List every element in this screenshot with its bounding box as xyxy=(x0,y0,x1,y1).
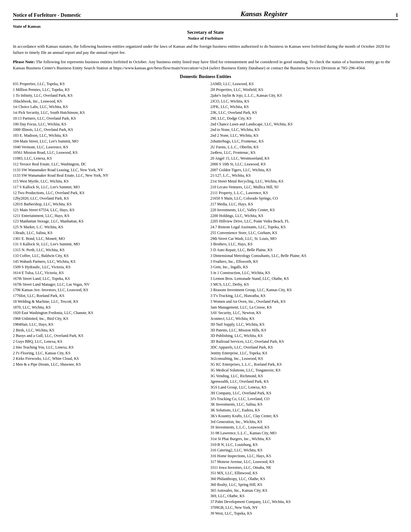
list-item: 2 Birds, LLC, Wichita, KS xyxy=(13,328,201,333)
list-item: 217 Media, LLC, Hays, KS xyxy=(210,202,398,207)
list-item: 3709GB, LLC, New York, NY xyxy=(210,505,398,511)
list-item: 1000 Illinois, LLC, Overland Park, KS xyxy=(13,127,201,133)
list-item: 167th Street Land, LLC, Topeka, KS xyxy=(13,276,201,282)
list-item: 2 J's Flooring, LLC, Kansas City, KS xyxy=(13,350,201,356)
notice-title: Notice of Forfeiture xyxy=(13,36,398,41)
list-item: 3D Nail Supply, LLC, Wichita, KS xyxy=(210,322,398,328)
list-item: 031 Properties, LLC, Topeka, KS xyxy=(13,81,201,87)
list-item: 2111 Property, L.L.C., Lawrence, KS xyxy=(210,190,398,196)
list-item: 2000 S 10th St, LLC, Leawood, KS xyxy=(210,162,398,167)
list-item: 3D Publishing, LLC, Wichita, KS xyxy=(210,333,398,339)
list-item: 2 Kirks Fireworks, LLC, White Cloud, KS xyxy=(13,356,201,362)
list-item: 3K Investments, LLC, Salina, KS xyxy=(210,402,398,408)
list-item: 317 Monroe Avenue, LLC, Leawood, KS xyxy=(210,459,398,465)
list-item: 11083, LLC, Lenexa, KS xyxy=(13,156,201,162)
list-item: 1614 E Tulsa, LLC, Victoria, KS xyxy=(13,270,201,276)
left-entity-list: 031 Properties, LLC, Topeka, KS1 Million… xyxy=(13,81,201,368)
state-label: State of Kansas xyxy=(13,24,398,29)
page-header: Notice of Forfeiture - Domestic Kansas R… xyxy=(13,10,398,20)
list-item: 2nd 2 None, LLC, Wichita, KS xyxy=(210,133,398,139)
list-item: 10:13 Partners, LLC, Overland Park, KS xyxy=(13,116,201,122)
list-item: 3genwealth, LLC, Overland Park, KS xyxy=(210,379,398,385)
list-item: 351 MX, LLC, Ellinwood, KS xyxy=(210,470,398,476)
list-item: 1706 Kansas Ave. Investors, LLC, Leawood… xyxy=(13,287,201,293)
list-item: 1040 Vermont, LLC, Lawrence, KS xyxy=(13,144,201,150)
intro-paragraph-2: Please Note: The following list represen… xyxy=(13,59,398,71)
list-item: 1st Pick Security, LLC, South Hutchinson… xyxy=(13,110,201,116)
list-item: 1 Million Pennies, LLC, Topeka, KS xyxy=(13,87,201,93)
list-item: 1blackbook, Inc., Leawood, KS xyxy=(13,99,201,104)
list-item: 3 Gem, Inc., Ingalls, KS xyxy=(210,264,398,270)
left-column: 031 Properties, LLC, Topeka, KS1 Million… xyxy=(13,81,201,516)
list-item: 3 Reasons Investment Group, LLC, Kansas … xyxy=(210,287,398,293)
list-item: 1st Choice Labs, LLC, Wichita, KS xyxy=(13,104,201,110)
list-item: 2 Into Teaching You, LLC, Lenexa, KS xyxy=(13,345,201,350)
list-item: 21650 S Main, LLC, Colorado Springs, CO xyxy=(210,196,398,202)
list-item: 18 Welding & Machine, LLC, Tescott, KS xyxy=(13,299,201,305)
list-item: 3H Company, LLC, Overland Park, KS xyxy=(210,390,398,396)
list-item: 1968 Unlimited, Inc., Bird City, KS xyxy=(13,316,201,322)
list-item: 369, LLC, Olathe, KS xyxy=(210,493,398,499)
list-item: 2JK, LLC, Overland Park, KS xyxy=(210,110,398,116)
list-item: 360 Realty, LLC, Spring Hill, KS xyxy=(210,482,398,488)
list-item: 1211 Entertainment, LLC, Hays, KS xyxy=(13,213,201,219)
list-item: 12by2020, LLC, Overland Park, KS xyxy=(13,196,201,202)
list-item: 3 D Auto Repair, LLC, Belle Plaine, KS xyxy=(210,247,398,253)
list-item: 2u4less, LLC, Frontenac, KS xyxy=(210,150,398,156)
header-page-number: 1 xyxy=(348,12,398,18)
list-item: 117 S Kallock St, LLC, Lee's Summit, MO xyxy=(13,184,201,190)
list-item: 125 N Market, L.C. Wichita, KS xyxy=(13,224,201,230)
list-item: 2U Farms, L.L.C., Oberlin, KS xyxy=(210,144,398,150)
list-item: 2jake's Jaylin & Jojo, L.L.C., Kansas Ci… xyxy=(210,93,398,99)
list-item: 3DC Apparels, LLC, Overland Park, KS xyxy=(210,345,398,350)
list-item: 3D Patents, LLC, Mission Hills, KS xyxy=(210,328,398,333)
list-item: 2205 Hillview Drive, LLC, Ponte Vedra Be… xyxy=(210,219,398,224)
list-item: 115 West Myrtle, LLC, Wichita, KS xyxy=(13,179,201,184)
list-item: 3am Management, LLC, La Crosse, KS xyxy=(210,305,398,310)
list-item: 3 T's Trucking, LLC, Hiawatha, KS xyxy=(210,293,398,299)
list-item: 3entity Enterprise, LLC, Topeka, KS xyxy=(210,350,398,356)
list-item: 3 in 1 Construction, LLC, Wichita, KS xyxy=(210,270,398,276)
list-item: 123 Manhattan Storage, LLC, Manhattan, K… xyxy=(13,219,201,224)
list-item: 1984Hair, LLC, Hays, KS xyxy=(13,322,201,328)
list-item: 21st Street Metal Recycling, LLC, Wichit… xyxy=(210,179,398,184)
list-item: 360 Philanthropy, LLC, Olathe, KS xyxy=(210,476,398,482)
list-item: 2200 Holdings, LLC, Wichita, KS xyxy=(210,213,398,219)
list-item: 3G Vending, LLC, Richmond, KS xyxy=(210,373,398,379)
list-item: 3AV Security, LLC, Newton, KS xyxy=(210,310,398,316)
list-item: 145 Wabash Partners, LLC, Wichita, KS xyxy=(13,259,201,265)
list-item: 1776list, LLC, Roeland Park, KS xyxy=(13,293,201,299)
list-item: 3G KC Enterprises, L.L.C., Roeland Park,… xyxy=(210,362,398,368)
list-item: 2H Properties, LLC, Winfield, KS xyxy=(210,87,398,93)
list-item: 3D Railroad Services, LLC, Overland Park… xyxy=(210,339,398,345)
list-item: 2 Men & a Pipe Dream, LLC, Shawnee, KS xyxy=(13,362,201,368)
list-item: 1201S Barbershop, LLC, Wichita, KS xyxy=(13,202,201,207)
secretary-title: Secretary of State xyxy=(13,30,398,35)
list-item: 3 Brothers, LLC, Hays, KS xyxy=(210,241,398,247)
list-item: 3rd Generation, Inc., Wichita, KS xyxy=(210,419,398,425)
header-left-text: Notice of Forfeiture - Domestic xyxy=(13,12,181,18)
list-item: 2AMD, LLC, Leawood, KS xyxy=(210,81,398,87)
list-item: 133 Coffee, LLC, Baldwin City, KS xyxy=(13,253,201,259)
list-item: 3 MCS, LLC, Derby, KS xyxy=(210,282,398,288)
list-item: 3311 Iowa Investors, LLC, Omaha, NE xyxy=(210,465,398,471)
list-item: 3J's Trucking Co, LLC, Loveland, CO xyxy=(210,396,398,402)
list-item: 131 S Kallock St, LLC, Lee's Summit, MO xyxy=(13,241,201,247)
list-item: 1509 S Hydraulic, LLC, Victoria, KS xyxy=(13,264,201,270)
list-item: 31-98 Lawrence, L.L.C., Kansas City, MO xyxy=(210,430,398,436)
list-item: 2shutterbugs, LLC, Frontenac, KS xyxy=(210,139,398,144)
list-item: 1870, LLC, Wichita, KS xyxy=(13,305,201,310)
list-item: 24.7 Remote Legal Assistants, LLC, Topek… xyxy=(210,224,398,230)
list-item: 167th Street Land Manager, LLC, Las Vega… xyxy=(13,282,201,288)
list-item: 210 Lecato Ventures, LLC, Mullica Hill, … xyxy=(210,184,398,190)
list-item: 2007 Golden Tigers, LLC, Wichita, KS xyxy=(210,167,398,173)
list-item: 3K's Kountry Krafts, LLC, Clay Center, K… xyxy=(210,413,398,419)
list-item: 39 West, LLC, Topeka, KS xyxy=(210,511,398,517)
list-item: 1301 E. Bond, LLC, Monett, MO xyxy=(13,236,201,242)
list-item: 1133 SW Wanamaker Road Leasing, LLC, New… xyxy=(13,167,201,173)
list-item: 2JFK, LLC, Wichita, KS xyxy=(210,104,398,110)
list-item: 316 Catering2, LLC, Wichita, KS xyxy=(210,448,398,453)
right-column: 2AMD, LLC, Leawood, KS2H Properties, LLC… xyxy=(210,81,398,516)
list-item: 103 E. Madison, LLC, Wichita, KS xyxy=(13,133,201,139)
list-item: 3e2consulting, Inc., Leawood, KS xyxy=(210,356,398,362)
